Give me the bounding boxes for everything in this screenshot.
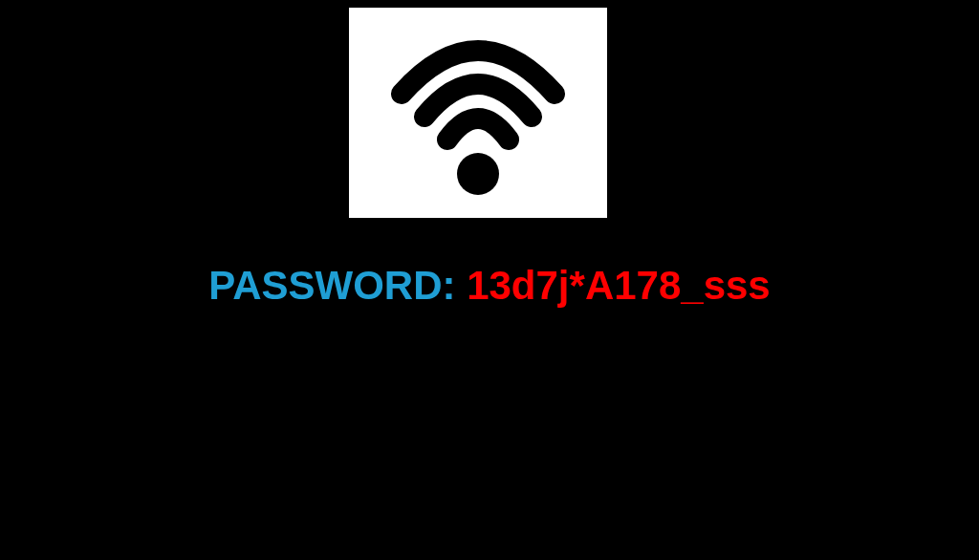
wifi-icon: [378, 17, 578, 208]
wifi-icon-container: [349, 8, 607, 218]
password-label: PASSWORD:: [208, 263, 467, 308]
password-display: PASSWORD: 13d7j*A178_sss: [0, 263, 979, 309]
svg-point-0: [457, 153, 499, 195]
password-value: 13d7j*A178_sss: [467, 263, 771, 308]
